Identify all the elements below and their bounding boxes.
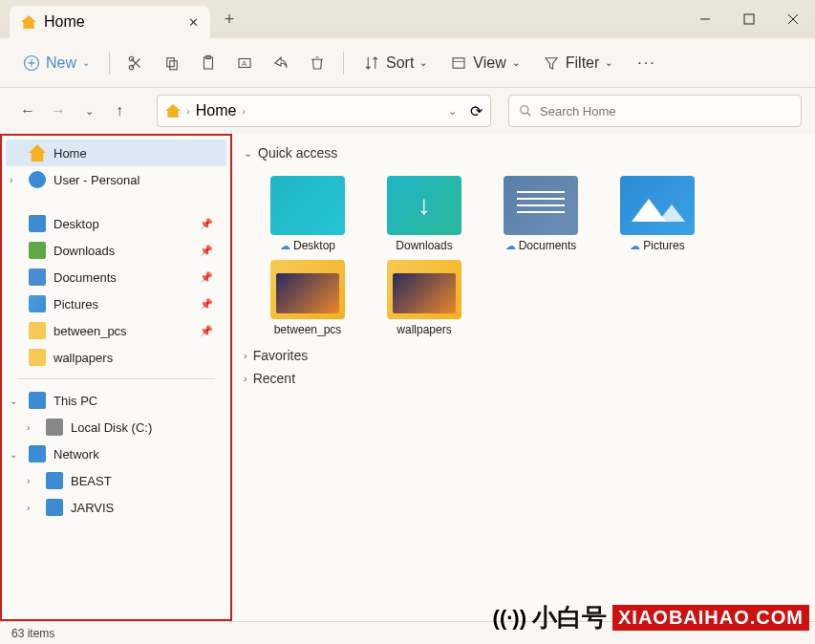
chevron-down-icon: ⌄ <box>419 57 427 68</box>
sidebar-item-beast[interactable]: › BEAST <box>2 467 230 494</box>
forward-button[interactable]: → <box>48 102 69 119</box>
new-tab-button[interactable]: + <box>214 4 245 34</box>
filter-button[interactable]: Filter ⌄ <box>533 49 623 77</box>
section-favorites[interactable]: › Favorites <box>244 344 804 367</box>
new-button[interactable]: New ⌄ <box>13 49 99 77</box>
computer-icon <box>46 472 63 489</box>
share-button[interactable] <box>265 49 297 77</box>
downloads-icon <box>29 242 46 259</box>
filter-icon <box>543 54 560 72</box>
nav-bar: ← → ⌄ ↑ › Home › ⌄ ⟳ <box>0 88 815 134</box>
svg-rect-9 <box>167 57 175 66</box>
chevron-down-icon: ⌄ <box>244 147 252 160</box>
folder-icon <box>620 176 695 235</box>
recent-locations-button[interactable]: ⌄ <box>78 105 99 118</box>
chevron-right-icon: › <box>244 350 247 361</box>
cloud-icon: ☁ <box>280 240 290 252</box>
folder-downloads[interactable]: Downloads <box>372 172 477 256</box>
pictures-icon <box>29 295 46 312</box>
chevron-right-icon: › <box>244 373 247 384</box>
chevron-right-icon: › <box>186 105 190 117</box>
chevron-right-icon[interactable]: › <box>27 476 30 486</box>
svg-line-18 <box>527 113 531 117</box>
pin-icon[interactable]: 📌 <box>200 271 213 284</box>
chevron-down-icon[interactable]: ⌄ <box>448 105 457 118</box>
up-button[interactable]: ↑ <box>109 102 130 119</box>
sidebar-item-pictures[interactable]: Pictures 📌 <box>2 290 230 317</box>
more-button[interactable]: ··· <box>630 49 663 77</box>
pin-icon[interactable]: 📌 <box>200 325 213 337</box>
disk-icon <box>46 419 63 436</box>
share-icon <box>272 54 290 72</box>
close-window-button[interactable] <box>771 0 815 38</box>
search-icon <box>519 104 532 118</box>
cut-button[interactable] <box>119 49 152 77</box>
search-box[interactable] <box>508 95 802 127</box>
pin-icon[interactable]: 📌 <box>200 218 213 230</box>
copy-button[interactable] <box>156 49 188 77</box>
this-pc-icon <box>29 392 46 409</box>
svg-point-17 <box>521 106 528 114</box>
copy-icon <box>163 54 181 72</box>
sidebar-item-jarvis[interactable]: › JARVIS <box>2 494 230 521</box>
back-button[interactable]: ← <box>17 102 38 119</box>
tab-close-button[interactable]: ✕ <box>188 15 199 30</box>
chevron-right-icon[interactable]: › <box>10 175 12 185</box>
section-quick-access[interactable]: ⌄ Quick access <box>244 141 804 164</box>
folder-icon <box>270 260 345 319</box>
sidebar-item-network[interactable]: ⌄ Network <box>2 440 230 467</box>
svg-marker-20 <box>658 204 685 222</box>
pin-icon[interactable]: 📌 <box>200 298 213 311</box>
sort-button[interactable]: Sort ⌄ <box>354 49 437 77</box>
content-pane: ⌄ Quick access ☁Desktop Downloads ☁Docum… <box>232 134 815 621</box>
folder-desktop[interactable]: ☁Desktop <box>255 172 360 256</box>
sidebar-item-desktop[interactable]: Desktop 📌 <box>2 210 230 237</box>
paste-button[interactable] <box>192 49 225 77</box>
view-button[interactable]: View ⌄ <box>440 49 528 77</box>
address-bar[interactable]: › Home › ⌄ ⟳ <box>157 95 491 127</box>
onedrive-icon <box>29 171 46 188</box>
sidebar-item-this-pc[interactable]: ⌄ This PC <box>2 387 230 414</box>
watermark: ((·)) 小白号 XIAOBAIHAO.COM <box>493 601 809 634</box>
svg-rect-1 <box>744 14 754 24</box>
chevron-down-icon[interactable]: ⌄ <box>10 396 17 406</box>
cloud-icon: ☁ <box>630 240 640 252</box>
rename-button[interactable]: A <box>228 49 261 77</box>
folder-icon <box>270 176 345 235</box>
folder-between-pcs[interactable]: between_pcs <box>255 256 360 340</box>
chevron-right-icon[interactable]: › <box>27 503 30 513</box>
section-recent[interactable]: › Recent <box>244 367 804 390</box>
home-icon <box>21 15 36 29</box>
sidebar-item-downloads[interactable]: Downloads 📌 <box>2 237 230 264</box>
minimize-button[interactable] <box>683 0 727 38</box>
tab-home[interactable]: Home ✕ <box>10 6 210 38</box>
folder-icon <box>29 349 46 366</box>
sidebar-item-documents[interactable]: Documents 📌 <box>2 264 230 290</box>
chevron-down-icon: ⌄ <box>512 57 520 68</box>
sidebar-item-local-disk[interactable]: › Local Disk (C:) <box>2 414 230 440</box>
delete-button[interactable] <box>301 49 333 77</box>
breadcrumb-home[interactable]: Home <box>196 102 237 119</box>
chevron-down-icon[interactable]: ⌄ <box>10 449 17 460</box>
svg-marker-19 <box>632 199 666 222</box>
status-item-count: 63 items <box>11 627 54 640</box>
maximize-button[interactable] <box>727 0 771 38</box>
sidebar-item-user[interactable]: › User - Personal <box>2 166 230 193</box>
tab-title: Home <box>44 13 85 31</box>
sidebar-item-home[interactable]: Home <box>6 140 226 166</box>
folder-wallpapers[interactable]: wallpapers <box>372 256 477 340</box>
folder-icon <box>387 176 461 235</box>
folder-icon <box>29 322 46 339</box>
sidebar-item-wallpapers[interactable]: wallpapers <box>2 344 230 371</box>
sidebar-item-between-pcs[interactable]: between_pcs 📌 <box>2 317 230 344</box>
search-input[interactable] <box>540 104 791 118</box>
chevron-right-icon[interactable]: › <box>27 422 30 433</box>
title-bar: Home ✕ + <box>0 0 815 38</box>
view-icon <box>450 54 467 72</box>
cut-icon <box>127 54 144 72</box>
refresh-button[interactable]: ⟳ <box>470 102 483 120</box>
pin-icon[interactable]: 📌 <box>200 245 213 257</box>
folder-pictures[interactable]: ☁Pictures <box>605 172 710 256</box>
svg-text:A: A <box>242 59 247 68</box>
folder-documents[interactable]: ☁Documents <box>488 172 593 256</box>
